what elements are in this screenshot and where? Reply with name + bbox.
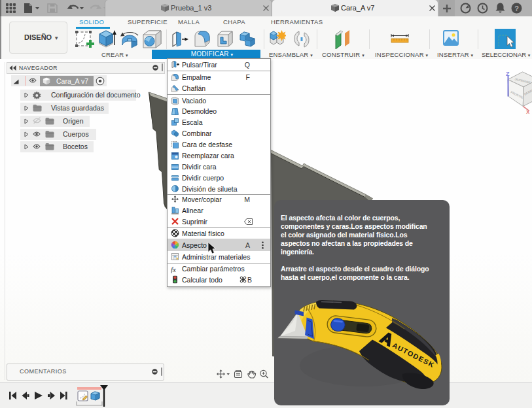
svg-text:Z: Z xyxy=(506,71,510,77)
svg-text:?: ? xyxy=(514,5,519,12)
svg-text:X: X xyxy=(526,109,530,115)
svg-text:fx: fx xyxy=(171,265,176,273)
svg-text:B: B xyxy=(247,276,252,283)
